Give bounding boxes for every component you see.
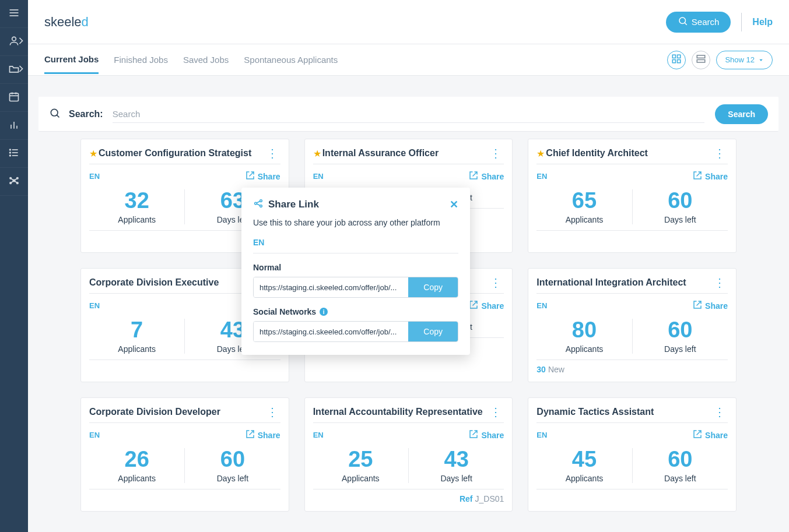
info-icon[interactable]: i — [320, 308, 328, 316]
job-stats: 25Applicants43Days left — [313, 445, 504, 489]
job-share-button[interactable]: Share — [468, 429, 504, 441]
job-card-footer: RefJ_DS01 — [313, 489, 504, 505]
job-share-label: Share — [705, 301, 728, 311]
external-link-icon — [692, 429, 703, 441]
job-share-button[interactable]: Share — [692, 170, 728, 182]
job-lang: EN — [89, 301, 100, 310]
search-icon — [678, 16, 688, 28]
job-share-button[interactable]: Share — [692, 300, 728, 312]
star-icon: ★ — [313, 148, 321, 159]
svg-rect-28 — [673, 55, 676, 58]
logo-accent: d — [82, 15, 89, 30]
job-share-button[interactable]: Share — [692, 429, 728, 441]
modal-lang-tab[interactable]: EN — [253, 238, 458, 253]
job-card-menu[interactable]: ⋮ — [488, 406, 504, 418]
sidebar-list[interactable] — [0, 140, 28, 168]
job-card[interactable]: Corporate Division Developer⋮ENShare26Ap… — [80, 397, 289, 512]
sidebar-menu[interactable] — [0, 0, 28, 28]
sidebar-integrations[interactable] — [0, 168, 28, 196]
job-stats: 80Applicants60Days left — [536, 315, 728, 360]
modal-normal-copy-button[interactable]: Copy — [408, 277, 458, 297]
svg-rect-4 — [10, 93, 19, 101]
job-title: Customer Configuration Strategist — [99, 148, 264, 158]
search-submit-button[interactable]: Search — [715, 104, 768, 124]
sidebar-candidates[interactable] — [0, 28, 28, 56]
sidebar-calendar[interactable] — [0, 84, 28, 112]
job-card-menu[interactable]: ⋮ — [711, 277, 728, 288]
chevron-right-icon — [15, 35, 27, 49]
svg-marker-34 — [759, 59, 762, 61]
job-title: Corporate Division Executive — [89, 277, 264, 288]
job-lang: EN — [536, 431, 547, 439]
job-card-menu[interactable]: ⋮ — [711, 406, 728, 418]
job-share-button[interactable]: Share — [245, 170, 280, 182]
job-card[interactable]: ★Chief Identity Architect⋮ENShare65Appli… — [528, 139, 737, 253]
job-share-label: Share — [258, 172, 280, 181]
applicants-count: 25 — [313, 448, 408, 470]
job-card-menu[interactable]: ⋮ — [264, 147, 280, 159]
job-card[interactable]: Dynamic Tactics Assistant⋮ENShare45Appli… — [528, 397, 737, 512]
modal-social-url[interactable] — [254, 322, 408, 341]
job-title: International Integration Architect — [536, 277, 711, 288]
job-card[interactable]: Internal Accountability Representative⋮E… — [304, 397, 513, 512]
modal-close-button[interactable]: ✕ — [450, 198, 458, 211]
search-input[interactable] — [113, 105, 705, 123]
show-count-dropdown[interactable]: Show 12 — [716, 51, 773, 69]
sidebar-jobs[interactable] — [0, 56, 28, 84]
days-left-count: 43 — [409, 448, 504, 470]
modal-normal-url[interactable] — [254, 277, 408, 297]
logo: skeeled — [44, 15, 89, 30]
grid-icon — [671, 54, 682, 66]
applicants-count: 32 — [89, 189, 184, 212]
modal-title: Share Link — [268, 199, 319, 210]
days-left-label: Days left — [185, 474, 280, 483]
tab-current-jobs[interactable]: Current Jobs — [44, 46, 99, 74]
job-card-menu[interactable]: ⋮ — [488, 147, 504, 159]
job-card-menu[interactable]: ⋮ — [264, 406, 280, 418]
sidebar-analytics[interactable] — [0, 112, 28, 140]
modal-social-label: Social Networks i — [253, 307, 458, 316]
network-icon — [8, 175, 20, 189]
chevron-right-icon — [15, 63, 27, 77]
close-icon: ✕ — [450, 199, 458, 210]
applicants-label: Applicants — [536, 344, 632, 354]
external-link-icon — [468, 170, 479, 182]
tab-finished-jobs[interactable]: Finished Jobs — [114, 47, 168, 73]
applicants-label: Applicants — [89, 215, 184, 224]
chevron-down-icon — [758, 55, 764, 64]
star-icon: ★ — [89, 148, 97, 159]
job-share-label: Share — [481, 172, 504, 181]
svg-point-16 — [10, 155, 11, 156]
calendar-icon — [8, 91, 20, 105]
applicants-count: 65 — [536, 189, 632, 212]
view-list-toggle[interactable] — [692, 51, 710, 69]
share-icon — [253, 198, 264, 211]
view-grid-toggle[interactable] — [667, 51, 686, 69]
job-card-footer — [89, 360, 280, 375]
new-count: 30 — [536, 365, 546, 375]
job-lang: EN — [536, 301, 547, 310]
job-card-menu[interactable]: ⋮ — [711, 147, 728, 159]
days-left-label: Days left — [633, 215, 728, 224]
applicants-label: Applicants — [536, 474, 632, 483]
help-link[interactable]: Help — [752, 17, 773, 27]
svg-point-14 — [10, 149, 11, 150]
global-search-button[interactable]: Search — [666, 12, 731, 33]
applicants-count: 80 — [536, 319, 632, 341]
job-share-button[interactable]: Share — [245, 429, 280, 441]
svg-line-36 — [57, 115, 59, 117]
job-share-button[interactable]: Share — [468, 300, 504, 312]
job-share-button[interactable]: Share — [468, 170, 504, 182]
tab-spontaneous-applicants[interactable]: Spontaneous Applicants — [244, 47, 338, 73]
applicants-count: 7 — [89, 319, 184, 341]
job-card-footer: 30New — [536, 360, 728, 375]
job-share-label: Share — [481, 431, 504, 440]
external-link-icon — [468, 300, 479, 312]
tab-saved-jobs[interactable]: Saved Jobs — [183, 47, 229, 73]
job-card-menu[interactable]: ⋮ — [488, 277, 504, 288]
job-card[interactable]: International Integration Architect⋮ENSh… — [528, 268, 737, 382]
modal-description: Use this to share your job across any ot… — [253, 218, 458, 227]
modal-social-copy-button[interactable]: Copy — [408, 322, 458, 341]
job-share-label: Share — [705, 431, 728, 440]
days-left-count: 60 — [633, 448, 728, 470]
